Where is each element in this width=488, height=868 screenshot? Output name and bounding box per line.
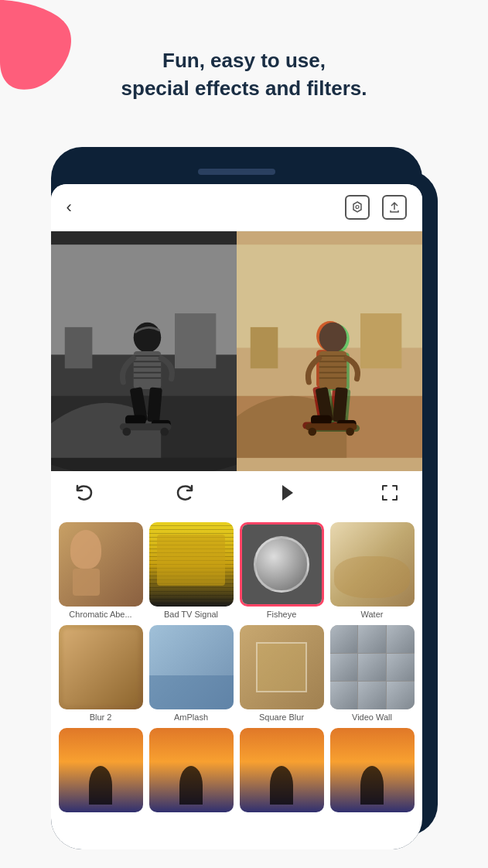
playback-controls <box>51 471 422 514</box>
filter-label-squareblur: Square Blur <box>259 713 304 722</box>
filter-item-sunset4[interactable] <box>330 728 415 815</box>
fullscreen-button[interactable] <box>381 484 399 502</box>
play-button[interactable] <box>278 484 297 502</box>
header-section: Fun, easy to use, special effects and fi… <box>0 0 488 118</box>
filter-thumb-chromatic <box>59 522 143 607</box>
phone-screen: ‹ <box>51 184 422 849</box>
filter-thumb-videowall <box>330 625 415 709</box>
redo-icon <box>176 484 195 502</box>
svg-point-34 <box>319 323 346 353</box>
fullscreen-icon <box>381 484 399 502</box>
filter-thumb-sunset2 <box>149 728 234 812</box>
svg-rect-14 <box>125 415 146 425</box>
filter-thumb-fisheye <box>240 522 324 607</box>
back-button[interactable]: ‹ <box>67 197 72 217</box>
filter-label-badtv: Bad TV Signal <box>164 610 218 619</box>
skater-right-svg <box>237 231 422 471</box>
filter-item-chromatic[interactable]: Chromatic Abe... <box>59 522 143 619</box>
filter-label-water: Water <box>361 610 384 619</box>
skater-left-svg <box>51 231 237 471</box>
svg-rect-19 <box>175 313 216 368</box>
redo-button[interactable] <box>176 484 195 502</box>
svg-rect-49 <box>250 327 278 368</box>
filter-label-fisheye: Fisheye <box>267 610 297 619</box>
filter-thumb-squareblur <box>240 625 324 709</box>
settings-icon <box>351 201 363 214</box>
svg-rect-43 <box>311 415 332 425</box>
svg-point-0 <box>356 206 359 209</box>
filter-item-badtv[interactable]: Bad TV Signal <box>149 522 234 619</box>
svg-point-47 <box>346 428 354 436</box>
filter-label-videowall: Video Wall <box>352 713 392 722</box>
filter-item-sunset2[interactable] <box>149 728 234 815</box>
filters-section: Chromatic Abe... Bad TV Signal Fisheye W… <box>51 514 422 815</box>
filters-grid: Chromatic Abe... Bad TV Signal Fisheye W… <box>59 522 415 815</box>
video-left-panel <box>51 231 237 471</box>
header-title-line2: special effects and filters. <box>121 77 367 100</box>
svg-rect-48 <box>360 313 401 368</box>
phone-notch <box>198 169 275 175</box>
screen-toolbar: ‹ <box>51 184 422 231</box>
header-title-line1: Fun, easy to use, <box>162 49 326 72</box>
filter-label-amplash: AmPlash <box>174 713 208 722</box>
filter-label-blur2: Blur 2 <box>90 713 112 722</box>
filter-thumb-sunset1 <box>59 728 143 812</box>
share-icon <box>388 201 401 214</box>
video-right-panel <box>237 231 422 471</box>
filter-label-chromatic: Chromatic Abe... <box>69 610 131 619</box>
phone-frame: ‹ <box>51 147 438 849</box>
filter-thumb-badtv <box>149 522 234 607</box>
filter-item-fisheye[interactable]: Fisheye <box>240 522 324 619</box>
toolbar-icons <box>345 195 407 220</box>
filter-item-blur2[interactable]: Blur 2 <box>59 625 143 722</box>
svg-rect-6 <box>133 351 161 389</box>
video-preview <box>51 231 422 471</box>
svg-marker-50 <box>282 485 293 501</box>
play-icon <box>278 484 297 502</box>
filter-thumb-blur2 <box>59 625 143 709</box>
filter-item-videowall[interactable]: Video Wall <box>330 625 415 722</box>
filter-item-squareblur[interactable]: Square Blur <box>240 625 324 722</box>
filter-thumb-sunset4 <box>330 728 415 812</box>
filter-item-amplash[interactable]: AmPlash <box>149 625 234 722</box>
share-icon-button[interactable] <box>382 195 407 220</box>
svg-point-18 <box>160 428 169 436</box>
undo-button[interactable] <box>74 484 93 502</box>
svg-point-17 <box>122 428 131 436</box>
phone-front: ‹ <box>51 147 422 849</box>
filter-item-sunset1[interactable] <box>59 728 143 815</box>
svg-rect-20 <box>64 327 92 368</box>
filter-thumb-amplash <box>149 625 234 709</box>
undo-icon <box>74 484 93 502</box>
filter-thumb-water <box>330 522 415 607</box>
filter-item-sunset3[interactable] <box>240 728 324 815</box>
phone-top-bar <box>51 162 422 184</box>
filter-thumb-sunset3 <box>240 728 324 812</box>
header-title: Fun, easy to use, special effects and fi… <box>0 46 488 103</box>
svg-rect-35 <box>319 351 346 389</box>
svg-point-46 <box>308 428 316 436</box>
filter-item-water[interactable]: Water <box>330 522 415 619</box>
settings-icon-button[interactable] <box>345 195 370 220</box>
